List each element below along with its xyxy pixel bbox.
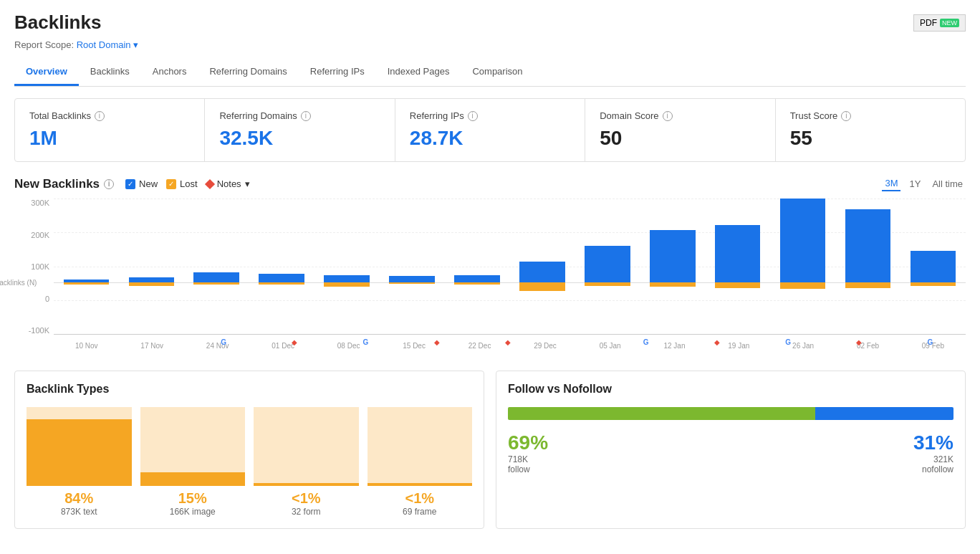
metric-referring-domains: Referring Domains i 32.5K [205,99,395,161]
legend-lost-label: Lost [180,178,198,189]
legend-lost[interactable]: ✓ Lost [166,178,198,189]
metric-total-backlinks: Total Backlinks i 1M [15,99,205,161]
legend-notes[interactable]: Notes ▾ [206,178,250,189]
tab-indexed-pages[interactable]: Indexed Pages [376,59,461,86]
bar-new-8 [585,246,630,282]
y-label-neg100k: -100K [29,326,49,335]
tab-referring-domains[interactable]: Referring Domains [198,59,298,86]
follow-bar-blue [815,407,953,420]
metric-value-backlinks: 1M [29,127,190,150]
bar-new-3 [259,274,304,282]
bar-lost-5 [389,282,435,283]
type-image-label: 166K image [170,507,216,517]
type-form-fill [254,483,359,484]
metrics-row: Total Backlinks i 1M Referring Domains i… [14,98,966,162]
bar-new-7 [519,262,565,282]
info-icon-domain-score[interactable]: i [663,111,673,121]
google-icon-3: G [643,338,649,346]
notes-arrow: ▾ [245,178,250,189]
type-frame-pct: <1% [405,490,434,507]
bar-new-11 [780,199,826,282]
bar-lost-13 [911,282,956,285]
tab-backlinks[interactable]: Backlinks [79,59,141,86]
type-form: <1% 32 form [254,407,359,517]
tabs-bar: Overview Backlinks Anchors Referring Dom… [14,59,966,87]
follow-pct-blue: 31% [913,431,953,454]
pdf-button[interactable]: PDF NEW [913,14,966,32]
type-image-bar [140,407,246,486]
bar-new-10 [715,225,761,283]
note-icon-4: ◆ [714,338,720,346]
nofollow-count: 321K [913,454,953,464]
type-form-label: 32 form [292,507,321,517]
time-btn-1y[interactable]: 1Y [906,177,923,191]
report-scope-link[interactable]: Root Domain ▾ [77,39,139,50]
type-text-pct: 84% [64,490,93,507]
type-frame-bar [368,407,473,486]
info-icon-referring-domains[interactable]: i [301,111,311,121]
tab-overview[interactable]: Overview [14,59,79,86]
chart-annotations: . . G ◆ G ◆ ◆ . G ◆ G ◆ G [54,338,966,346]
bar-lost-1 [129,282,175,285]
bar-new-9 [650,230,696,282]
report-scope: Report Scope: Root Domain ▾ [14,39,966,50]
bar-lost-2 [193,282,239,285]
follow-count: 718K [508,454,548,464]
bar-new-5 [389,276,435,282]
follow-nofollow-card: Follow vs Nofollow 69% 718K follow 31% 3… [496,371,966,529]
bar-new-6 [454,275,500,282]
tab-referring-ips[interactable]: Referring IPs [299,59,376,86]
tab-anchors[interactable]: Anchors [141,59,198,86]
bar-lost-4 [324,282,370,287]
type-text-fill [27,419,132,484]
info-icon-trust-score[interactable]: i [841,111,851,121]
info-icon-referring-ips[interactable]: i [468,111,478,121]
time-btn-3m[interactable]: 3M [882,176,900,191]
follow-stats: 69% 718K follow 31% 321K nofollow [508,431,953,474]
y-label-200k: 200K [31,231,49,239]
google-icon-1: G [221,338,226,346]
page-title: Backlinks [14,11,101,34]
y-label-0: 0 [45,295,49,303]
bottom-cards: Backlink Types 84% 873K text 15% 166K im… [14,371,966,529]
follow-stat-nofollow: 31% 321K nofollow [913,431,953,474]
bar-lost-0 [64,282,110,285]
follow-stat-follow: 69% 718K follow [508,431,548,474]
bar-lost-8 [585,282,630,285]
checkbox-new-icon: ✓ [125,179,135,189]
note-icon-1: ◆ [292,338,297,346]
metric-value-trust-score: 55 [790,127,951,150]
type-text: 84% 873K text [27,407,132,517]
bar-lost-12 [845,282,891,287]
bar-new-1 [129,277,175,282]
type-text-label: 873K text [61,507,97,517]
time-range: 3M 1Y All time [882,176,966,191]
backlinks-chart: 300K 200K 100K 0 -100K Backlinks (N) 10 … [14,199,966,356]
type-form-bar [254,407,359,486]
note-icon-2: ◆ [434,338,440,346]
bar-lost-3 [259,282,304,285]
google-icon-2: G [363,338,369,346]
legend-new[interactable]: ✓ New [125,178,158,189]
follow-bar-green [508,407,815,420]
y-label-300k: 300K [31,199,49,207]
time-btn-alltime[interactable]: All time [929,177,966,191]
google-icon-4: G [785,338,791,346]
follow-nofollow-title: Follow vs Nofollow [508,383,953,396]
metric-value-referring-ips: 28.7K [410,127,570,150]
legend-new-label: New [139,178,158,189]
type-form-pct: <1% [292,490,321,507]
bar-new-2 [193,272,239,283]
tab-comparison[interactable]: Comparison [461,59,534,86]
type-frame: <1% 69 frame [368,407,473,517]
legend-notes-label: Notes [217,178,241,189]
metric-value-referring-domains: 32.5K [219,127,380,150]
bar-new-12 [845,209,891,283]
info-icon-new-backlinks[interactable]: i [104,179,114,189]
note-icon-5: ◆ [856,338,862,346]
metric-referring-ips: Referring IPs i 28.7K [395,99,585,161]
info-icon-backlinks[interactable]: i [95,111,105,121]
bar-lost-11 [780,282,826,289]
metric-trust-score: Trust Score i 55 [776,99,965,161]
backlink-types-list: 84% 873K text 15% 166K image <1% 32 form [27,407,472,517]
